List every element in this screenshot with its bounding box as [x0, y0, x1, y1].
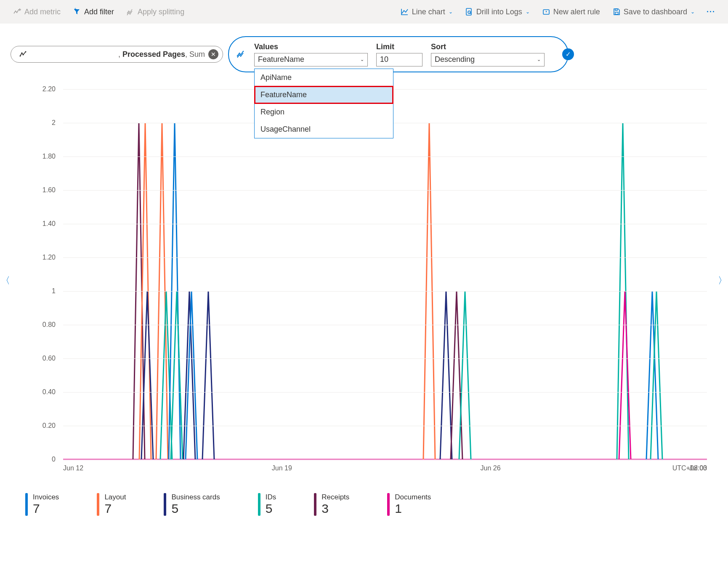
add-filter-button[interactable]: + Add filter: [68, 5, 118, 19]
more-button[interactable]: ···: [702, 5, 720, 19]
dropdown-option[interactable]: ApiName: [255, 69, 393, 86]
add-metric-button[interactable]: Add metric: [8, 5, 65, 19]
y-tick-label: 0.60: [34, 355, 59, 362]
line-chart-button[interactable]: Line chart⌄: [396, 5, 457, 19]
alert-icon: [542, 7, 551, 16]
chart-canvas: 2.2021.801.601.401.2010.800.600.400.200J…: [17, 89, 711, 489]
config-row: , Processed Pages, Sum ✕ Values FeatureN…: [0, 24, 728, 72]
svg-point-11: [243, 51, 244, 52]
save-icon: [612, 7, 621, 16]
dropdown-option[interactable]: FeatureName: [255, 86, 393, 103]
y-tick-label: 0.80: [34, 321, 59, 329]
chart-svg: [63, 89, 707, 461]
legend-series-value: 1: [395, 501, 431, 516]
remove-metric-icon[interactable]: ✕: [208, 49, 218, 59]
save-dashboard-button[interactable]: Save to dashboard⌄: [608, 5, 699, 19]
chevron-down-icon: ⌄: [449, 9, 453, 15]
y-tick-label: 1.80: [34, 153, 59, 160]
legend-item[interactable]: Layout7: [97, 493, 126, 516]
drill-logs-button[interactable]: Drill into Logs⌄: [460, 5, 534, 19]
y-tick-label: 1: [34, 287, 59, 295]
metric-pill[interactable]: , Processed Pages, Sum ✕: [11, 46, 223, 63]
y-tick-label: 1.40: [34, 220, 59, 228]
add-metric-icon: [13, 7, 22, 16]
chart-prev-icon[interactable]: 〈: [1, 274, 10, 287]
x-tick-label: Jun 26: [481, 464, 501, 472]
split-icon: [126, 7, 135, 16]
legend-item[interactable]: Receipts3: [314, 493, 349, 516]
tz-label: UTC+08:00: [672, 464, 707, 472]
dropdown-option[interactable]: UsageChannel: [255, 121, 393, 138]
legend: Invoices7Layout7Business cards5IDs5Recei…: [0, 489, 728, 520]
legend-item[interactable]: IDs5: [258, 493, 276, 516]
values-select[interactable]: FeatureName ⌄: [254, 53, 368, 66]
values-label: Values: [254, 42, 368, 51]
legend-color-bar: [258, 493, 260, 516]
legend-item[interactable]: Documents1: [387, 493, 431, 516]
limit-label: Limit: [376, 42, 422, 51]
confirm-split-icon[interactable]: ✓: [562, 48, 574, 60]
chevron-down-icon: ⌄: [526, 9, 530, 15]
legend-color-bar: [314, 493, 316, 516]
y-tick-label: 0: [34, 456, 59, 463]
y-tick-label: 0.40: [34, 388, 59, 396]
chevron-down-icon: ⌄: [537, 57, 541, 62]
svg-point-6: [20, 56, 21, 57]
legend-series-name: Documents: [395, 493, 431, 501]
legend-series-value: 7: [33, 501, 59, 516]
legend-series-name: Receipts: [321, 493, 349, 501]
svg-point-2: [468, 11, 470, 13]
save-dashboard-label: Save to dashboard: [624, 8, 687, 16]
sort-label: Sort: [431, 42, 545, 51]
legend-series-name: Layout: [104, 493, 126, 501]
legend-series-name: Invoices: [33, 493, 59, 501]
svg-text:+: +: [74, 8, 77, 11]
splitting-config: Values FeatureName ⌄ ApiName FeatureName…: [228, 36, 569, 72]
svg-point-8: [23, 54, 24, 56]
drill-logs-label: Drill into Logs: [476, 8, 522, 16]
limit-input[interactable]: 10: [376, 53, 422, 66]
legend-series-value: 5: [171, 501, 220, 516]
legend-series-value: 5: [266, 501, 276, 516]
new-alert-label: New alert rule: [553, 8, 600, 16]
svg-rect-4: [615, 12, 618, 14]
legend-series-name: IDs: [266, 493, 276, 501]
legend-series-value: 7: [104, 501, 126, 516]
legend-item[interactable]: Invoices7: [25, 493, 59, 516]
svg-point-10: [237, 56, 238, 57]
y-tick-label: 2.20: [34, 85, 59, 93]
line-chart-icon: [400, 7, 409, 16]
values-dropdown: ApiName FeatureName Region UsageChannel: [254, 69, 393, 138]
drill-logs-icon: [465, 7, 474, 16]
chevron-down-icon: ⌄: [691, 9, 695, 15]
legend-color-bar: [387, 493, 390, 516]
y-tick-label: 2: [34, 119, 59, 127]
svg-point-9: [25, 51, 27, 53]
x-tick-label: Jun 19: [272, 464, 292, 472]
legend-color-bar: [97, 493, 99, 516]
svg-rect-5: [615, 9, 617, 11]
legend-color-bar: [25, 493, 28, 516]
legend-item[interactable]: Business cards5: [164, 493, 220, 516]
chart-next-icon[interactable]: 〉: [718, 274, 727, 287]
y-tick-label: 1.20: [34, 254, 59, 261]
sort-select[interactable]: Descending ⌄: [431, 53, 545, 66]
toolbar: Add metric + Add filter Apply splitting …: [0, 0, 728, 24]
svg-point-7: [21, 53, 23, 54]
legend-color-bar: [164, 493, 166, 516]
apply-splitting-button[interactable]: Apply splitting: [122, 5, 189, 19]
dropdown-option[interactable]: Region: [255, 103, 393, 121]
values-selected: FeatureName: [258, 55, 304, 64]
legend-series-name: Business cards: [171, 493, 220, 501]
y-tick-label: 0.20: [34, 422, 59, 430]
split-series-icon: [236, 50, 246, 59]
metric-icon: [19, 50, 28, 59]
add-filter-label: Add filter: [84, 8, 114, 16]
line-chart-label: Line chart: [412, 8, 445, 16]
chevron-down-icon: ⌄: [360, 57, 364, 62]
metric-text: , Processed Pages, Sum: [31, 50, 205, 59]
add-metric-label: Add metric: [24, 8, 61, 16]
y-tick-label: 1.60: [34, 186, 59, 194]
new-alert-button[interactable]: New alert rule: [537, 5, 604, 19]
legend-series-value: 3: [321, 501, 349, 516]
